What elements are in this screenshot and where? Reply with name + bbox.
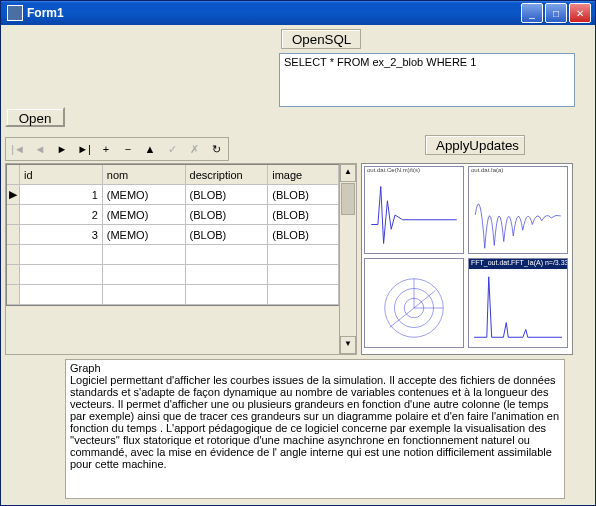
nav-delete-button[interactable]: −: [117, 139, 139, 159]
col-header-description[interactable]: description: [185, 165, 268, 185]
open-sql-button[interactable]: OpenSQL: [281, 29, 361, 49]
cell[interactable]: 2: [20, 205, 103, 225]
chart-bottom-left: [364, 258, 464, 348]
cell[interactable]: (BLOB): [185, 185, 268, 205]
col-header-image[interactable]: image: [268, 165, 339, 185]
cell[interactable]: (BLOB): [185, 225, 268, 245]
nav-post-button[interactable]: ✓: [161, 139, 183, 159]
description-panel[interactable]: Graph Logiciel permettant d'afficher les…: [65, 359, 565, 499]
cell[interactable]: (MEMO): [102, 185, 185, 205]
chart-bottom-right: FFT_out.dat.FFT_Ia(A) n=/3.3333e...: [468, 258, 568, 348]
db-grid[interactable]: id nom description image ▶ 1 (MEMO) (BLO…: [7, 165, 339, 305]
grid-scrollbar[interactable]: ▲ ▼: [339, 164, 356, 354]
apply-updates-button[interactable]: ApplyUpdates: [425, 135, 525, 155]
cell[interactable]: 3: [20, 225, 103, 245]
db-navigator: |◄ ◄ ► ►| + − ▲ ✓ ✗ ↻: [5, 137, 229, 161]
chart-label: out.dat.Ce(N.m)/t(s): [365, 167, 463, 177]
sql-textarea[interactable]: SELECT * FROM ex_2_blob WHERE 1: [279, 53, 575, 107]
chart-label: out.dat.Ia(a): [469, 167, 567, 177]
row-indicator: [7, 205, 20, 225]
table-row[interactable]: ▶ 1 (MEMO) (BLOB) (BLOB): [7, 185, 339, 205]
maximize-button[interactable]: □: [545, 3, 567, 23]
cell[interactable]: (BLOB): [185, 205, 268, 225]
cell[interactable]: (MEMO): [102, 205, 185, 225]
table-row[interactable]: 2 (MEMO) (BLOB) (BLOB): [7, 205, 339, 225]
nav-cancel-button[interactable]: ✗: [183, 139, 205, 159]
nav-prev-button[interactable]: ◄: [29, 139, 51, 159]
cell[interactable]: (BLOB): [268, 185, 339, 205]
col-header-id[interactable]: id: [20, 165, 103, 185]
app-icon: [7, 5, 23, 21]
cell[interactable]: (MEMO): [102, 225, 185, 245]
titlebar[interactable]: Form1 _ □ ✕: [1, 1, 595, 25]
cell[interactable]: (BLOB): [268, 205, 339, 225]
table-row[interactable]: 3 (MEMO) (BLOB) (BLOB): [7, 225, 339, 245]
scroll-up-icon[interactable]: ▲: [340, 164, 356, 182]
chart-top-left: out.dat.Ce(N.m)/t(s): [364, 166, 464, 254]
nav-refresh-button[interactable]: ↻: [205, 139, 227, 159]
col-header-nom[interactable]: nom: [102, 165, 185, 185]
nav-insert-button[interactable]: +: [95, 139, 117, 159]
row-header-blank: [7, 165, 20, 185]
row-indicator: [7, 225, 20, 245]
description-title: Graph: [70, 362, 560, 374]
nav-last-button[interactable]: ►|: [73, 139, 95, 159]
main-window: Form1 _ □ ✕ OpenSQL SELECT * FROM ex_2_b…: [0, 0, 596, 506]
chart-top-right: out.dat.Ia(a): [468, 166, 568, 254]
scroll-down-icon[interactable]: ▼: [340, 336, 356, 354]
image-preview: out.dat.Ce(N.m)/t(s) out.dat.Ia(a) FFT_o…: [361, 163, 573, 355]
minimize-button[interactable]: _: [521, 3, 543, 23]
close-button[interactable]: ✕: [569, 3, 591, 23]
nav-first-button[interactable]: |◄: [7, 139, 29, 159]
grid-panel: id nom description image ▶ 1 (MEMO) (BLO…: [5, 163, 357, 355]
row-indicator-icon: ▶: [7, 185, 20, 205]
cell[interactable]: (BLOB): [268, 225, 339, 245]
open-button[interactable]: Open: [5, 107, 65, 127]
scroll-thumb[interactable]: [341, 183, 355, 215]
window-title: Form1: [27, 6, 521, 20]
chart-label: [365, 259, 463, 269]
cell[interactable]: 1: [20, 185, 103, 205]
chart-titlebar: FFT_out.dat.FFT_Ia(A) n=/3.3333e...: [469, 259, 567, 269]
description-text: Logiciel permettant d'afficher les courb…: [70, 374, 560, 470]
sql-text: SELECT * FROM ex_2_blob WHERE 1: [284, 56, 476, 68]
nav-next-button[interactable]: ►: [51, 139, 73, 159]
nav-edit-button[interactable]: ▲: [139, 139, 161, 159]
